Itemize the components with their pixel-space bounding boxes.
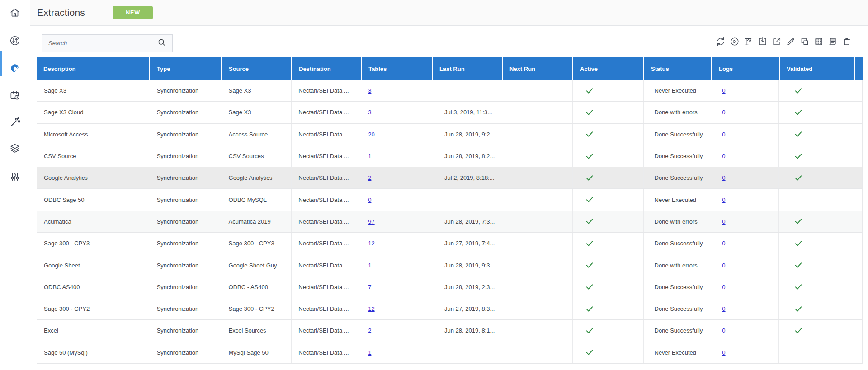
open-external-icon xyxy=(772,37,782,47)
cell-active xyxy=(572,254,643,276)
table-row[interactable]: CSV SourceSynchronizationCSV SourcesNect… xyxy=(37,145,862,167)
table-row[interactable]: Sage 50 (MySql)SynchronizationMySql Sage… xyxy=(37,342,862,364)
edit-button[interactable] xyxy=(786,37,796,47)
column-header-description[interactable]: Description xyxy=(37,57,149,80)
check-icon xyxy=(585,173,594,183)
cell-status: Done Successfully xyxy=(643,124,711,145)
cell-last_run: Jul 2, 2019, 8:18:... xyxy=(432,167,502,188)
logs-button[interactable] xyxy=(828,37,838,47)
cell-active xyxy=(572,145,643,167)
trash-icon xyxy=(842,37,852,47)
logs-link[interactable]: 0 xyxy=(722,262,725,269)
column-header-type[interactable]: Type xyxy=(149,57,221,80)
table-row[interactable]: ODBC Sage 50SynchronizationODBC MySQLNec… xyxy=(37,189,862,211)
tables-link[interactable]: 2 xyxy=(368,174,371,181)
tables-link[interactable]: 1 xyxy=(368,262,371,269)
check-icon xyxy=(585,86,594,95)
cell-destination: Nectari/SEI Data ... xyxy=(291,145,361,167)
column-header-active[interactable]: Active xyxy=(572,57,643,80)
tables-link[interactable]: 12 xyxy=(368,240,374,247)
column-header-destination[interactable]: Destination xyxy=(291,57,361,80)
logs-link[interactable]: 0 xyxy=(722,305,725,312)
table-row[interactable]: ODBC AS400SynchronizationODBC - AS400Nec… xyxy=(37,276,862,298)
tables-link[interactable]: 1 xyxy=(368,153,371,159)
logs-link[interactable]: 0 xyxy=(722,240,725,247)
table-row[interactable]: Microsoft AccessSynchronizationAccess So… xyxy=(37,124,862,145)
import-button[interactable] xyxy=(758,37,768,47)
table-row[interactable]: Sage X3SynchronizationSage X3Nectari/SEI… xyxy=(37,80,862,102)
cell-description: Microsoft Access xyxy=(37,124,150,145)
sidebar-item-settings-sliders[interactable] xyxy=(8,170,22,184)
sidebar-item-home[interactable] xyxy=(8,6,22,20)
tables-link[interactable]: 12 xyxy=(368,305,374,312)
cell-next_run xyxy=(502,80,572,101)
play-circle-icon xyxy=(730,37,740,47)
sidebar-item-data-transfer[interactable] xyxy=(8,34,22,48)
table-row[interactable]: AcumaticaSynchronizationAcumatica 2019Ne… xyxy=(37,211,862,233)
active-item-indicator xyxy=(0,51,2,76)
table-row[interactable]: Sage X3 CloudSynchronizationSage X3Necta… xyxy=(37,102,862,123)
search-button[interactable] xyxy=(155,37,172,49)
new-button[interactable]: NEW xyxy=(113,6,153,19)
tables-link[interactable]: 1 xyxy=(368,349,371,356)
table-row[interactable]: ExcelSynchronizationExcel SourcesNectari… xyxy=(37,320,862,342)
logs-link[interactable]: 0 xyxy=(722,131,725,138)
cell-source: Sage 300 - CPY3 xyxy=(222,233,292,254)
logs-link[interactable]: 0 xyxy=(722,218,725,225)
logs-link[interactable]: 0 xyxy=(722,153,725,159)
column-header-tables[interactable]: Tables xyxy=(361,57,432,80)
table-row[interactable]: Google SheetSynchronizationGoogle Sheet … xyxy=(37,254,862,276)
check-icon xyxy=(585,348,594,357)
tables-link[interactable]: 20 xyxy=(368,131,374,138)
column-header-validated[interactable]: Validated xyxy=(779,57,854,80)
tables-link[interactable]: 0 xyxy=(368,197,371,203)
calendar-clock-icon xyxy=(9,89,21,103)
sidebar-item-extractions[interactable] xyxy=(8,62,22,75)
cell-description: Sage 300 - CPY3 xyxy=(37,233,150,254)
cell-logs: 0 xyxy=(711,298,778,319)
logs-link[interactable]: 0 xyxy=(722,87,725,94)
tables-link[interactable]: 3 xyxy=(368,87,371,94)
tables-link[interactable]: 97 xyxy=(368,218,374,225)
duplicate-button[interactable] xyxy=(800,37,810,47)
search-input[interactable] xyxy=(42,35,155,52)
cell-source: Acumatica 2019 xyxy=(222,211,292,232)
check-icon xyxy=(794,239,803,248)
cell-status: Never Executed xyxy=(643,80,711,101)
cell-filler xyxy=(854,276,862,298)
refresh-button[interactable] xyxy=(716,37,726,47)
table-body: Sage X3SynchronizationSage X3Nectari/SEI… xyxy=(37,80,863,364)
cell-type: Synchronization xyxy=(150,233,222,254)
cell-source: Sage X3 xyxy=(222,80,292,101)
column-header-logs[interactable]: Logs xyxy=(711,57,779,80)
logs-link[interactable]: 0 xyxy=(722,197,725,203)
logs-link[interactable]: 0 xyxy=(722,349,725,356)
tables-link[interactable]: 3 xyxy=(368,109,371,116)
table-row[interactable]: Google AnalyticsSynchronizationGoogle An… xyxy=(37,167,862,189)
cell-type: Synchronization xyxy=(150,211,222,232)
run-button[interactable] xyxy=(730,37,740,47)
delete-button[interactable] xyxy=(842,37,852,47)
column-header-last_run[interactable]: Last Run xyxy=(432,57,502,80)
table-row[interactable]: Sage 300 - CPY3SynchronizationSage 300 -… xyxy=(37,233,862,254)
tables-link[interactable]: 7 xyxy=(368,284,371,290)
export-button[interactable] xyxy=(772,37,782,47)
column-header-next_run[interactable]: Next Run xyxy=(502,57,572,80)
sidebar-item-schedule[interactable] xyxy=(8,89,22,103)
sidebar-item-magic-wand[interactable] xyxy=(8,116,22,129)
logs-link[interactable]: 0 xyxy=(722,109,725,116)
column-header-status[interactable]: Status xyxy=(643,57,711,80)
logs-link[interactable]: 0 xyxy=(722,174,725,181)
grid-button[interactable] xyxy=(814,37,824,47)
column-header-source[interactable]: Source xyxy=(221,57,291,80)
build-button[interactable] xyxy=(744,37,754,47)
cell-validated xyxy=(778,342,854,363)
table-row[interactable]: Sage 300 - CPY2SynchronizationSage 300 -… xyxy=(37,298,862,320)
logs-link[interactable]: 0 xyxy=(722,284,725,290)
logs-link[interactable]: 0 xyxy=(722,327,725,334)
sidebar-item-layers[interactable] xyxy=(8,142,22,155)
tables-link[interactable]: 2 xyxy=(368,327,371,334)
cell-last_run xyxy=(432,342,502,363)
cell-logs: 0 xyxy=(711,189,778,210)
cell-tables: 12 xyxy=(361,298,432,319)
